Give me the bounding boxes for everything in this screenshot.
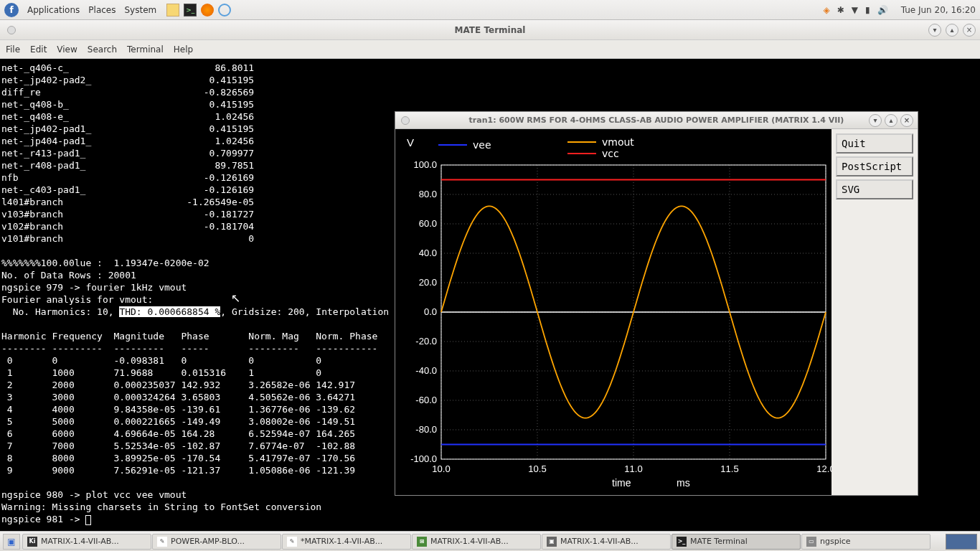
- svg-text:100.0: 100.0: [413, 159, 437, 170]
- plot-titlebar[interactable]: tran1: 600W RMS FOR 4-OHMS CLASS-AB AUDI…: [395, 112, 918, 129]
- taskbar-app-icon: ✎: [157, 537, 167, 547]
- plot-side-panel: Quit PostScript SVG: [831, 129, 918, 495]
- svg-text:V: V: [407, 136, 414, 149]
- svg-text:time: time: [612, 477, 631, 489]
- workspace-switcher[interactable]: [946, 534, 977, 550]
- tray-wifi-icon[interactable]: ▼: [852, 5, 858, 15]
- taskbar-item[interactable]: ⊞MATRIX-1.4-VII-AB...: [412, 534, 541, 550]
- svg-text:vee: vee: [473, 139, 491, 151]
- plot-window-menu-icon[interactable]: [401, 116, 410, 125]
- taskbar-item[interactable]: KiMATRIX-1.4-VII-AB...: [22, 534, 151, 550]
- tray-cube-icon[interactable]: ◈: [824, 5, 830, 15]
- taskbar-item-label: MATE Terminal: [690, 537, 748, 546]
- svg-text:vcc: vcc: [602, 148, 619, 159]
- menu-terminal[interactable]: Terminal: [127, 44, 164, 55]
- taskbar-item-label: MATRIX-1.4-VII-AB...: [41, 537, 119, 546]
- tray-bluetooth-icon[interactable]: ✱: [837, 5, 844, 15]
- svg-text:0.0: 0.0: [424, 306, 437, 317]
- menu-help[interactable]: Help: [174, 44, 193, 55]
- window-menu-icon[interactable]: [7, 26, 16, 34]
- close-button[interactable]: ×: [963, 24, 976, 37]
- svg-text:12.0: 12.0: [816, 463, 833, 474]
- taskbar-item-label: *MATRIX-1.4-VII-AB...: [301, 537, 382, 546]
- plot-maximize-button[interactable]: ▴: [885, 114, 897, 127]
- svg-text:10.5: 10.5: [528, 463, 546, 474]
- menu-file[interactable]: File: [6, 44, 20, 55]
- svg-text:60.0: 60.0: [419, 218, 437, 229]
- svg-text:ms: ms: [677, 477, 690, 489]
- quit-button[interactable]: Quit: [836, 133, 913, 154]
- menu-view[interactable]: View: [57, 44, 77, 55]
- menu-edit[interactable]: Edit: [30, 44, 47, 55]
- taskbar-app-icon: ▭: [806, 537, 816, 547]
- plot-canvas: -100.0-80.0-60.0-40.0-20.00.020.040.060.…: [395, 129, 833, 495]
- svg-text:20.0: 20.0: [419, 277, 437, 288]
- svg-text:-60.0: -60.0: [415, 395, 437, 405]
- taskbar-item[interactable]: ✎POWER-AMP-BLO...: [152, 534, 281, 550]
- svg-text:10.0: 10.0: [432, 463, 450, 474]
- taskbar-item[interactable]: >_MATE Terminal: [672, 534, 801, 550]
- svg-text:-20.0: -20.0: [415, 336, 437, 347]
- svg-text:-80.0: -80.0: [415, 424, 437, 435]
- fedora-logo-icon[interactable]: f: [4, 3, 19, 17]
- menu-system[interactable]: System: [120, 5, 161, 15]
- taskbar-item[interactable]: ✎*MATRIX-1.4-VII-AB...: [282, 534, 411, 550]
- launcher-app-icon[interactable]: [218, 4, 231, 17]
- taskbar-app-icon: Ki: [27, 537, 37, 547]
- menu-applications[interactable]: Applications: [23, 5, 84, 15]
- plot-minimize-button[interactable]: ▾: [869, 114, 882, 127]
- taskbar-item-label: MATRIX-1.4-VII-AB...: [560, 537, 639, 546]
- launcher-terminal-icon[interactable]: >_: [184, 4, 197, 17]
- taskbar-item[interactable]: ▭ngspice: [801, 534, 930, 550]
- plot-body: -100.0-80.0-60.0-40.0-20.00.020.040.060.…: [395, 129, 918, 495]
- top-panel: f Applications Places System >_ ◈ ✱ ▼ ▮ …: [0, 0, 980, 20]
- svg-text:80.0: 80.0: [419, 189, 437, 199]
- bottom-panel: ▣ KiMATRIX-1.4-VII-AB...✎POWER-AMP-BLO..…: [0, 531, 980, 551]
- window-title: MATE Terminal: [455, 25, 526, 35]
- clock[interactable]: Tue Jun 20, 16:20: [901, 5, 976, 15]
- svg-text:-40.0: -40.0: [415, 365, 437, 376]
- taskbar-app-icon: ✎: [287, 537, 297, 547]
- taskbar-item-label: MATRIX-1.4-VII-AB...: [430, 537, 509, 546]
- taskbar-item-label: ngspice: [820, 537, 851, 546]
- plot-title: tran1: 600W RMS FOR 4-OHMS CLASS-AB AUDI…: [469, 116, 844, 125]
- launcher-files-icon[interactable]: [166, 4, 179, 17]
- svg-text:11.0: 11.0: [624, 463, 642, 474]
- taskbar-app-icon: ⊞: [417, 537, 427, 547]
- launcher-firefox-icon[interactable]: [201, 4, 214, 17]
- svg-button[interactable]: SVG: [836, 179, 913, 199]
- plot-window[interactable]: tran1: 600W RMS FOR 4-OHMS CLASS-AB AUDI…: [395, 111, 918, 496]
- taskbar-app-icon: >_: [677, 537, 687, 547]
- taskbar-app-icon: ▣: [547, 537, 557, 547]
- taskbar-item[interactable]: ▣MATRIX-1.4-VII-AB...: [542, 534, 671, 550]
- svg-text:40.0: 40.0: [419, 248, 437, 258]
- svg-text:11.5: 11.5: [720, 463, 738, 474]
- menu-places[interactable]: Places: [84, 5, 120, 15]
- plot-close-button[interactable]: ×: [900, 114, 913, 127]
- terminal-titlebar[interactable]: MATE Terminal ▾ ▴ ×: [0, 20, 980, 40]
- menu-search[interactable]: Search: [88, 44, 117, 55]
- terminal-menubar: File Edit View Search Terminal Help: [0, 40, 980, 59]
- taskbar-item-label: POWER-AMP-BLO...: [171, 537, 245, 546]
- tray-volume-icon[interactable]: 🔊: [877, 5, 888, 15]
- show-desktop-button[interactable]: ▣: [3, 534, 20, 550]
- minimize-button[interactable]: ▾: [928, 24, 941, 37]
- postscript-button[interactable]: PostScript: [836, 156, 913, 176]
- maximize-button[interactable]: ▴: [946, 24, 958, 37]
- svg-text:vmout: vmout: [602, 136, 634, 148]
- svg-text:-100.0: -100.0: [410, 453, 437, 464]
- show-desktop-icon: ▣: [7, 537, 15, 547]
- tray-battery-icon[interactable]: ▮: [865, 5, 870, 15]
